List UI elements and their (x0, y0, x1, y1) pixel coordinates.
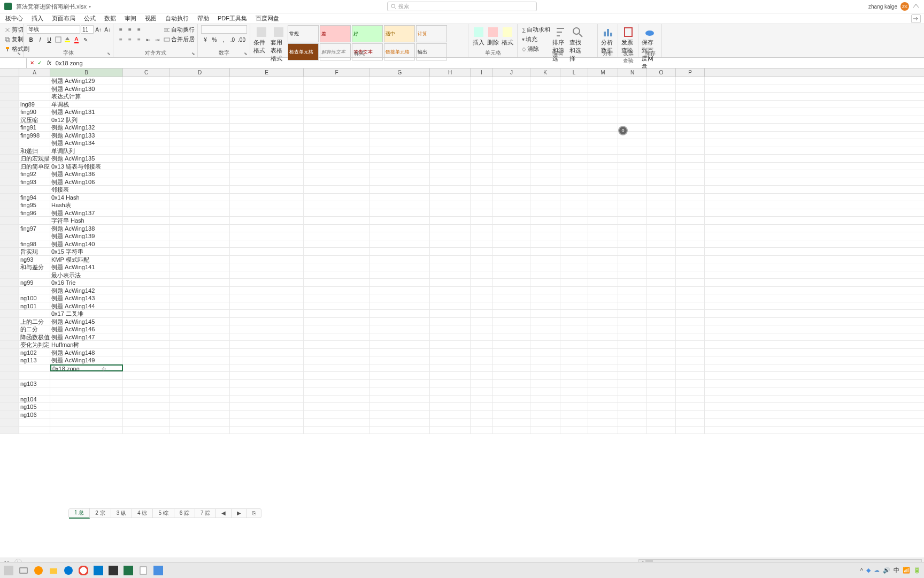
cell[interactable] (588, 364, 618, 372)
taskview-icon[interactable] (17, 564, 30, 577)
cell[interactable] (560, 194, 588, 201)
cell[interactable] (170, 364, 230, 372)
cell[interactable] (123, 85, 170, 93)
cell[interactable] (560, 225, 588, 232)
cell[interactable] (304, 387, 370, 395)
row-header[interactable] (0, 387, 19, 395)
cell[interactable] (230, 124, 304, 131)
cell[interactable] (530, 170, 560, 178)
cell[interactable] (230, 101, 304, 108)
cell[interactable] (370, 380, 430, 387)
cell[interactable] (471, 201, 493, 209)
cell[interactable] (370, 101, 430, 108)
cell[interactable] (19, 93, 50, 100)
tray-ime[interactable]: 中 (894, 566, 899, 574)
cell[interactable] (123, 427, 170, 434)
cell[interactable] (493, 178, 530, 186)
cell[interactable] (618, 380, 647, 387)
cell[interactable] (530, 325, 560, 333)
app-icon[interactable] (152, 564, 165, 577)
cell[interactable] (430, 163, 471, 170)
cell[interactable] (123, 217, 170, 224)
cell[interactable] (676, 356, 705, 364)
cell[interactable] (304, 217, 370, 224)
cell[interactable] (560, 411, 588, 419)
cell[interactable]: ng93 (19, 256, 50, 263)
cell[interactable]: 0x16 Trie (50, 279, 123, 286)
cell[interactable] (123, 256, 170, 263)
cell[interactable] (230, 364, 304, 372)
cell[interactable] (676, 163, 705, 170)
cell[interactable] (370, 310, 430, 317)
cell[interactable] (530, 396, 560, 403)
cell[interactable] (493, 232, 530, 240)
cell[interactable] (530, 263, 560, 271)
cell[interactable] (560, 170, 588, 178)
cell[interactable] (230, 77, 304, 85)
cell[interactable] (230, 271, 304, 279)
wrap-text-button[interactable]: 自动换行 (163, 25, 196, 34)
cell[interactable] (471, 240, 493, 248)
col-header-D[interactable]: D (170, 69, 230, 77)
cell[interactable]: 表达式计算 (50, 93, 123, 100)
cell[interactable] (647, 116, 676, 124)
cell[interactable] (530, 349, 560, 356)
cell[interactable]: 例题 AcWing141 (50, 263, 123, 271)
cell[interactable] (560, 427, 588, 434)
cell[interactable] (304, 256, 370, 263)
cell[interactable] (560, 325, 588, 333)
share-button[interactable] (911, 14, 921, 23)
col-header-J[interactable]: J (493, 69, 530, 77)
cell[interactable] (304, 108, 370, 116)
cell[interactable] (123, 279, 170, 286)
cell[interactable] (230, 263, 304, 271)
cell[interactable] (19, 287, 50, 294)
cell[interactable] (588, 209, 618, 217)
cell[interactable]: ng104 (19, 396, 50, 403)
cell[interactable] (430, 294, 471, 302)
cell[interactable] (647, 147, 676, 155)
cell[interactable] (530, 380, 560, 387)
cell[interactable] (588, 232, 618, 240)
cell[interactable] (588, 256, 618, 263)
cell[interactable] (493, 341, 530, 348)
cell[interactable] (370, 349, 430, 356)
cell[interactable] (676, 232, 705, 240)
cell[interactable] (430, 372, 471, 379)
cell[interactable] (19, 364, 50, 372)
cell[interactable] (618, 403, 647, 410)
border-button[interactable] (54, 35, 63, 44)
cell[interactable]: 例题 AcWing138 (50, 225, 123, 232)
cell[interactable]: 例题 AcWing145 (50, 318, 123, 325)
cell[interactable] (123, 318, 170, 325)
cell[interactable] (588, 318, 618, 325)
cell[interactable] (647, 108, 676, 116)
cell[interactable] (647, 225, 676, 232)
cell[interactable] (647, 349, 676, 356)
cell[interactable] (530, 248, 560, 255)
cell[interactable] (471, 419, 493, 426)
decrease-font-icon[interactable]: A↓ (103, 25, 112, 34)
cell[interactable] (471, 248, 493, 255)
cell[interactable]: 沉压缩 (19, 116, 50, 124)
cell[interactable] (530, 178, 560, 186)
cell[interactable] (588, 263, 618, 271)
cell[interactable] (370, 294, 430, 302)
menu-baidu[interactable]: 百度网盘 (251, 13, 283, 24)
cell[interactable] (676, 85, 705, 93)
cell[interactable] (430, 380, 471, 387)
cell[interactable] (560, 85, 588, 93)
cell[interactable] (370, 248, 430, 255)
cell[interactable] (19, 419, 50, 426)
pager-prev[interactable]: ◀ (216, 508, 232, 518)
cell[interactable] (530, 419, 560, 426)
cell[interactable] (123, 380, 170, 387)
cell[interactable] (430, 271, 471, 279)
cell[interactable] (676, 93, 705, 100)
cell[interactable] (676, 101, 705, 108)
cell[interactable] (370, 403, 430, 410)
cell[interactable] (647, 372, 676, 379)
cell[interactable] (123, 132, 170, 139)
cell[interactable] (588, 279, 618, 286)
cell[interactable] (647, 411, 676, 419)
